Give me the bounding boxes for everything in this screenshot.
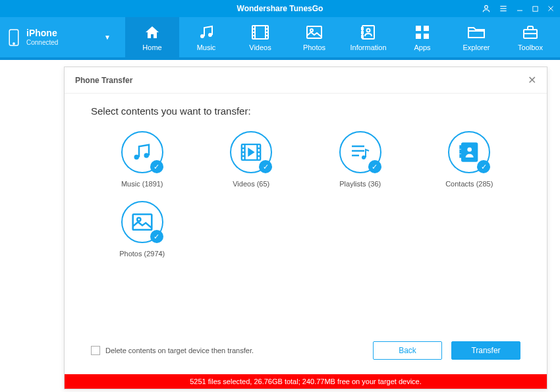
content-item-contacts[interactable]: ✓ Contacts (285)	[418, 131, 521, 188]
tab-toolbox[interactable]: Toolbox	[503, 17, 557, 57]
svg-rect-22	[362, 28, 363, 30]
tab-label: Home	[142, 43, 161, 51]
content-grid: ✓ Music (1891) ✓ Videos (65) ✓	[91, 131, 520, 258]
content-item-photos[interactable]: ✓ Photos (2974)	[91, 201, 194, 258]
delete-option-label: Delete contents on target device then tr…	[105, 347, 254, 354]
content-item-videos[interactable]: ✓ Videos (65)	[200, 131, 303, 188]
app-title: Wondershare TunesGo	[237, 4, 323, 13]
folder-icon	[468, 24, 485, 41]
device-status: Connected	[26, 39, 58, 46]
phone-transfer-dialog: Phone Transfer ✕ Select contents you wan…	[64, 67, 547, 389]
instruction-text: Select contents you want to transfer:	[91, 105, 520, 117]
svg-point-9	[13, 42, 14, 43]
item-label: Music (1891)	[121, 180, 163, 188]
tab-explorer[interactable]: Explorer	[449, 17, 503, 57]
titlebar: Wondershare TunesGo	[0, 0, 560, 17]
nav-tabs: Home Music Videos Photos Information App…	[119, 17, 560, 57]
tab-videos[interactable]: Videos	[233, 17, 287, 57]
menu-icon[interactable]	[499, 4, 508, 13]
svg-point-50	[468, 148, 472, 152]
svg-rect-26	[416, 26, 421, 31]
svg-rect-23	[362, 32, 363, 34]
apps-icon	[415, 24, 430, 41]
device-text: iPhone Connected	[26, 28, 58, 45]
device-name: iPhone	[26, 28, 58, 38]
item-label: Playlists (36)	[339, 180, 381, 188]
svg-rect-51	[132, 214, 152, 229]
chevron-down-icon: ▼	[104, 34, 111, 41]
svg-rect-46	[462, 144, 478, 161]
transfer-button[interactable]: Transfer	[451, 341, 520, 360]
info-icon	[361, 24, 376, 41]
svg-rect-29	[424, 34, 429, 39]
check-icon: ✓	[150, 230, 163, 243]
user-icon[interactable]	[482, 4, 491, 13]
video-icon	[252, 24, 269, 41]
minimize-icon[interactable]	[516, 5, 524, 13]
delete-checkbox[interactable]	[91, 346, 100, 355]
item-label: Videos (65)	[233, 180, 269, 188]
close-icon[interactable]	[547, 5, 555, 13]
tab-label: Information	[350, 43, 386, 51]
svg-rect-19	[307, 26, 322, 38]
dialog-header: Phone Transfer ✕	[65, 67, 547, 94]
videos-circle: ✓	[230, 131, 272, 173]
music-circle: ✓	[121, 131, 163, 173]
item-label: Photos (2974)	[119, 250, 165, 258]
item-label: Contacts (285)	[445, 180, 493, 188]
home-icon	[144, 24, 161, 41]
tab-home[interactable]: Home	[125, 17, 179, 57]
device-selector[interactable]: iPhone Connected ▼	[0, 17, 119, 57]
svg-point-52	[137, 218, 140, 221]
tab-label: Explorer	[463, 43, 490, 51]
tab-label: Music	[197, 43, 216, 51]
music-icon	[198, 24, 214, 41]
tab-label: Apps	[414, 43, 430, 51]
dialog-footer: Delete contents on target device then tr…	[91, 341, 520, 360]
svg-rect-5	[533, 6, 538, 11]
dialog-buttons: Back Transfer	[373, 341, 520, 360]
content-item-playlists[interactable]: ✓ Playlists (36)	[309, 131, 412, 188]
tab-label: Toolbox	[518, 43, 543, 51]
svg-point-25	[367, 28, 370, 32]
svg-rect-48	[461, 150, 463, 152]
dialog-close-icon[interactable]: ✕	[528, 74, 536, 86]
svg-rect-47	[461, 146, 463, 148]
tab-label: Videos	[249, 43, 271, 51]
svg-rect-49	[461, 155, 463, 157]
dialog-body: Select contents you want to transfer: ✓ …	[65, 94, 547, 258]
svg-point-20	[310, 29, 313, 32]
content-item-music[interactable]: ✓ Music (1891)	[91, 131, 194, 188]
tab-information[interactable]: Information	[341, 17, 395, 57]
svg-point-0	[485, 5, 488, 9]
check-icon: ✓	[477, 160, 490, 173]
check-icon: ✓	[150, 160, 163, 173]
photos-circle: ✓	[121, 201, 163, 243]
contacts-circle: ✓	[448, 131, 490, 173]
navbar: iPhone Connected ▼ Home Music Videos Pho…	[0, 17, 560, 60]
tab-music[interactable]: Music	[179, 17, 233, 57]
playlists-circle: ✓	[339, 131, 381, 173]
tab-label: Photos	[303, 43, 325, 51]
check-icon: ✓	[368, 160, 381, 173]
status-bar: 5251 files selected, 26.76GB total; 240.…	[65, 374, 547, 389]
window-controls	[482, 4, 555, 13]
dialog-title: Phone Transfer	[75, 76, 132, 85]
toolbox-icon	[522, 24, 538, 41]
check-icon: ✓	[259, 160, 272, 173]
maximize-icon[interactable]	[532, 5, 539, 13]
back-button[interactable]: Back	[373, 341, 442, 360]
phone-icon	[8, 28, 20, 47]
svg-rect-28	[416, 34, 421, 39]
tab-photos[interactable]: Photos	[287, 17, 341, 57]
svg-rect-27	[424, 26, 429, 31]
svg-rect-24	[362, 36, 363, 38]
photo-icon	[306, 24, 322, 41]
tab-apps[interactable]: Apps	[395, 17, 449, 57]
